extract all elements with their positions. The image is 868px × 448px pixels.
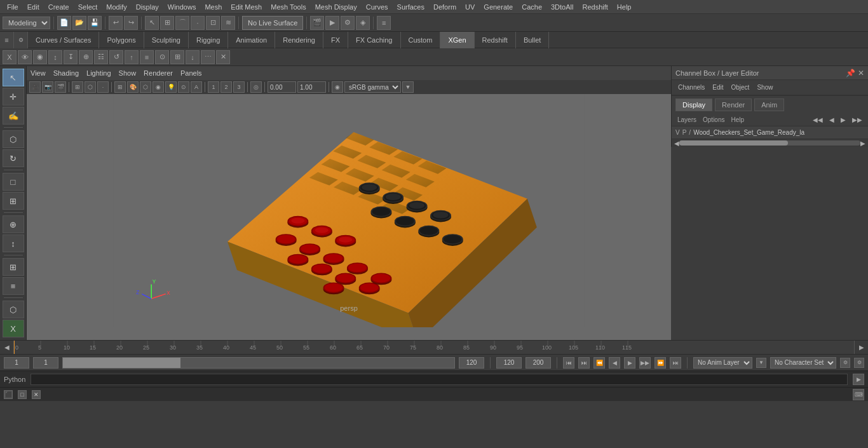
vt-snap2[interactable]: ⬡ [85,81,96,93]
menu-mesh-tools[interactable]: Mesh Tools [266,2,310,12]
char-set-select[interactable]: No Character Set [770,357,836,369]
menu-modify[interactable]: Modify [102,2,131,12]
vt-wire-icon[interactable]: ⬡ [140,81,151,93]
xgen-tool2[interactable]: 👁 [18,50,32,64]
play-begin-icon[interactable]: ⏮ [563,357,574,369]
tab-animation[interactable]: Animation [228,32,275,48]
viewport-menu-view[interactable]: View [31,69,46,77]
vt-shaded-icon[interactable]: ◉ [153,81,164,93]
rotate-icon[interactable]: ↻ [3,149,24,167]
menu-deform[interactable]: Deform [429,2,461,12]
tab-polygons[interactable]: Polygons [99,32,144,48]
layer-name[interactable]: Wood_Checkers_Set_Game_Ready_la [693,129,864,136]
xgen-tool15[interactable]: ✕ [216,50,230,64]
viewport-menu-lighting[interactable]: Lighting [86,69,111,77]
vt-extra-icon[interactable]: ▼ [402,81,414,93]
vt-res1[interactable]: 1 [208,81,219,93]
new-scene-icon[interactable]: 📄 [57,16,71,30]
tab-bullet[interactable]: Bullet [516,32,550,48]
script-editor-icon[interactable]: ⌨ [853,389,864,400]
xgen-tool11[interactable]: ⊙ [155,50,169,64]
color-profile-icon[interactable]: ◉ [332,81,343,93]
display-tab[interactable]: Display [675,98,712,111]
play-prev-key-icon[interactable]: ⏭ [578,357,590,369]
show-tab[interactable]: Show [754,83,775,92]
end-frame-display[interactable] [459,357,484,369]
render-icon[interactable]: 🎬 [310,16,324,30]
menu-mesh-display[interactable]: Mesh Display [311,2,362,12]
scrollbar-thumb[interactable] [679,140,788,146]
range-start-input[interactable] [496,357,522,369]
edit-icon[interactable]: ⊞ [3,192,24,210]
xgen-tool9[interactable]: ↑ [125,50,139,64]
anim-prefs-icon[interactable]: ⚙ [854,358,864,368]
render-tab[interactable]: Render [715,98,752,111]
vt-color-icon[interactable]: 🎨 [127,81,139,93]
scroll-left-icon[interactable]: ◀ [674,140,679,147]
xgen-tool13[interactable]: ↓ [186,50,200,64]
vt-isolate-icon[interactable]: ◎ [250,81,262,93]
xgen-tool12[interactable]: ⊞ [170,50,184,64]
xgen-icon[interactable]: X [3,320,24,337]
layer-icon[interactable]: ≡ [3,277,24,295]
start-frame-input[interactable] [4,357,29,369]
play-back-icon[interactable]: ◀ [609,357,620,369]
frame-slider[interactable] [62,357,455,369]
undo-icon[interactable]: ↩ [109,16,123,30]
menu-display[interactable]: Display [132,2,163,12]
help-label[interactable]: Help [729,116,746,124]
layer-next-icon[interactable]: ▶ [839,116,848,124]
xgen-tool5[interactable]: ↧ [64,50,78,64]
vt-snap1[interactable]: ⊞ [72,81,83,93]
render-settings-icon[interactable]: ⚙ [341,16,355,30]
anim-layer-icon[interactable]: ▼ [756,358,766,368]
tab-redshift[interactable]: Redshift [475,32,516,48]
win-minimize-button[interactable]: ⬛ [4,390,13,399]
menu-select[interactable]: Select [74,2,102,12]
menu-edit-mesh[interactable]: Edit Mesh [226,2,266,12]
viewport-menu-show[interactable]: Show [119,69,137,77]
play-next-key-icon[interactable]: ⏩ [654,357,666,369]
python-input[interactable] [31,374,848,385]
snap-icon[interactable]: ⊕ [3,215,24,233]
timeline-left-arrow[interactable]: ◀ [0,341,14,355]
xgen-tool7[interactable]: ☷ [94,50,108,64]
xgen-tool1[interactable]: X [3,50,17,64]
select-tool-icon[interactable]: ↖ [3,69,24,86]
mode-selector[interactable]: Modeling [3,17,50,29]
redo-icon[interactable]: ↪ [124,16,138,30]
open-icon[interactable]: 📂 [72,16,86,30]
move-tool-icon[interactable]: ✛ [3,88,24,105]
color-profile-select[interactable]: sRGB gamma [344,81,401,93]
snap-view-icon[interactable]: ⊡ [206,16,220,30]
layer-next-next-icon[interactable]: ▶▶ [850,116,864,124]
xgen-tool4[interactable]: ↕ [48,50,62,64]
snap-curve-icon[interactable]: ⌒ [175,16,189,30]
cam-icon3[interactable]: 🎬 [55,81,66,93]
menu-mesh[interactable]: Mesh [200,2,226,12]
select-icon[interactable]: ↖ [145,16,159,30]
anim-layer-select[interactable]: No Anim Layer [693,357,752,369]
live-surface-button[interactable]: No Live Surface [242,16,303,30]
grid-icon[interactable]: ⊞ [3,258,24,276]
xgen-tool14[interactable]: ⋯ [201,50,215,64]
paint-tool-icon[interactable]: ✍ [3,107,24,125]
tab-sculpting[interactable]: Sculpting [144,32,189,48]
menu-edit[interactable]: Edit [23,2,44,12]
save-icon[interactable]: 💾 [88,16,102,30]
render-seq-icon[interactable]: ▶ [325,16,339,30]
scrollbar-track[interactable] [679,140,860,146]
vt-grid-icon[interactable]: ⊞ [114,81,126,93]
pivot-icon[interactable]: ↕ [3,234,24,252]
cam-icon[interactable]: 🎥 [29,81,41,93]
tab-bar-toggle[interactable]: ≡ [0,32,14,48]
play-forward-icon[interactable]: ▶ [624,357,635,369]
menu-curves[interactable]: Curves [362,2,393,12]
tab-custom[interactable]: Custom [401,32,441,48]
play-next-icon[interactable]: ▶▶ [639,357,651,369]
tab-curves-surfaces[interactable]: Curves / Surfaces [28,32,99,48]
current-frame-input[interactable] [33,357,58,369]
workspace-icon[interactable]: ⚙ [14,32,28,48]
vt-res2[interactable]: 2 [220,81,232,93]
menu-surfaces[interactable]: Surfaces [393,2,429,12]
